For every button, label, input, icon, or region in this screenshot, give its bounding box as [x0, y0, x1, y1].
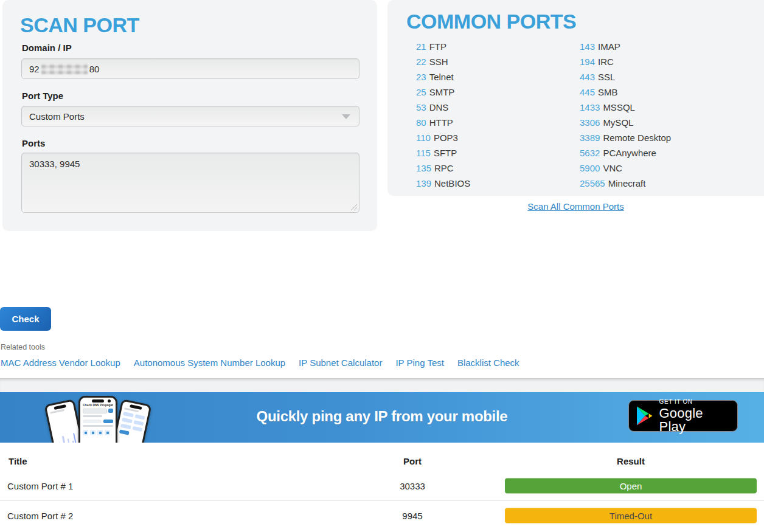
result-row-title: Custom Port # 2 — [7, 511, 73, 521]
port-service-name: MySQL — [603, 117, 633, 128]
port-service-name: HTTP — [429, 117, 453, 128]
results-table: Title Port Result Custom Port # 130333Op… — [0, 443, 764, 532]
port-number: 25 — [416, 87, 426, 97]
port-number: 194 — [580, 57, 595, 67]
port-number: 23 — [416, 72, 426, 82]
related-tool-link[interactable]: MAC Address Vendor Lookup — [1, 358, 120, 368]
status-badge: Open — [505, 478, 757, 494]
port-service-name: SSH — [429, 57, 448, 67]
port-type-label: Port Type — [22, 91, 63, 101]
port-service-name: RPC — [434, 163, 454, 173]
google-play-get-it-on: GET IT ON — [659, 399, 729, 405]
port-service-name: DNS — [429, 102, 449, 112]
domain-ip-label: Domain / IP — [22, 43, 72, 53]
google-play-wordmark: Google Play — [659, 407, 729, 434]
port-number: 143 — [580, 41, 595, 52]
related-tool-link[interactable]: IP Subnet Calculator — [299, 358, 382, 368]
resize-handle-icon[interactable] — [350, 203, 357, 210]
common-ports-column-2: 143IMAP194IRC443SSL445SMB1433MSSQL3306My… — [580, 39, 671, 191]
common-port-item: 443SSL — [580, 69, 671, 85]
port-service-name: SSL — [598, 72, 615, 82]
port-type-selected-value: Custom Ports — [29, 111, 85, 122]
port-service-name: NetBIOS — [434, 178, 470, 188]
port-number: 1433 — [580, 102, 600, 112]
common-port-item: 25SMTP — [416, 85, 470, 100]
results-header-title: Title — [9, 456, 27, 466]
related-tool-link[interactable]: IP Ping Test — [395, 358, 444, 368]
domain-ip-input[interactable]: 92 80 — [21, 58, 359, 79]
port-number: 135 — [416, 163, 431, 173]
scan-port-title: SCAN PORT — [20, 13, 139, 37]
phone-screen-title: Check DNS Propagation — [83, 403, 113, 407]
related-tool-link[interactable]: Autonomous System Number Lookup — [134, 358, 285, 368]
phone-camera-dot — [108, 399, 111, 402]
ports-value: 30333, 9945 — [29, 159, 80, 169]
port-number: 139 — [416, 178, 431, 188]
port-service-name: Minecraft — [608, 178, 646, 188]
results-header-result: Result — [505, 456, 757, 466]
common-port-item: 3306MySQL — [580, 115, 671, 130]
port-service-name: FTP — [429, 41, 446, 52]
common-port-item: 139NetBIOS — [416, 176, 470, 191]
common-port-item: 143IMAP — [580, 39, 671, 54]
common-port-item: 22SSH — [416, 54, 470, 69]
common-port-item: 194IRC — [580, 54, 671, 69]
ping-chart-bars — [55, 431, 80, 443]
check-button[interactable]: Check — [0, 307, 51, 331]
port-service-name: MSSQL — [603, 102, 635, 112]
domain-ip-value-prefix: 92 — [29, 64, 40, 74]
common-port-item: 3389Remote Desktop — [580, 130, 671, 145]
related-tool-link[interactable]: Blacklist Check — [457, 358, 519, 368]
port-service-name: SMTP — [429, 87, 455, 97]
table-row: Custom Port # 130333Open — [0, 471, 764, 500]
port-service-name: SFTP — [434, 148, 457, 158]
section-divider — [0, 378, 764, 392]
port-number: 445 — [580, 87, 595, 97]
phone-app-icons — [83, 430, 113, 435]
common-port-item: 115SFTP — [416, 145, 470, 161]
domain-ip-value-suffix: 80 — [89, 64, 100, 74]
phone-notch — [92, 399, 104, 402]
port-number: 5632 — [580, 148, 600, 158]
common-port-item: 23Telnet — [416, 69, 470, 85]
port-type-select[interactable]: Custom Ports — [21, 106, 359, 126]
port-service-name: SMB — [598, 87, 618, 97]
port-number: 21 — [416, 41, 426, 52]
common-port-item: 21FTP — [416, 39, 470, 54]
port-number: 22 — [416, 57, 426, 67]
port-number: 3389 — [580, 133, 600, 143]
common-port-item: 80HTTP — [416, 115, 470, 130]
google-play-badge[interactable]: GET IT ON Google Play — [628, 400, 738, 432]
common-port-item: 110POP3 — [416, 130, 470, 145]
common-port-item: 1433MSSQL — [580, 100, 671, 115]
result-row-title: Custom Port # 1 — [7, 481, 73, 491]
port-number: 443 — [580, 72, 595, 82]
common-port-item: 53DNS — [416, 100, 470, 115]
port-number: 110 — [416, 133, 431, 143]
port-service-name: Telnet — [429, 72, 454, 82]
status-badge: Timed-Out — [505, 508, 757, 523]
domain-ip-redacted-blur — [41, 64, 88, 74]
common-ports-column-1: 21FTP22SSH23Telnet25SMTP53DNS80HTTP110PO… — [416, 39, 470, 191]
results-header-port: Port — [352, 456, 473, 466]
table-row: Custom Port # 29945Timed-Out — [0, 500, 764, 530]
port-service-name: POP3 — [434, 133, 458, 143]
result-row-port: 9945 — [352, 511, 473, 521]
scan-port-page: SCAN PORT Domain / IP 92 80 Port Type Cu… — [0, 0, 764, 532]
port-service-name: VNC — [603, 163, 622, 173]
port-service-name: Remote Desktop — [603, 133, 671, 143]
phone-mockup-center: Check DNS Propagation — [78, 396, 117, 443]
scan-all-common-ports-link[interactable]: Scan All Common Ports — [387, 201, 764, 212]
common-port-item: 445SMB — [580, 85, 671, 100]
common-port-item: 135RPC — [416, 161, 470, 176]
common-ports-card: COMMON PORTS 21FTP22SSH23Telnet25SMTP53D… — [387, 0, 764, 196]
port-number: 5900 — [580, 163, 600, 173]
port-number: 115 — [416, 148, 431, 158]
result-row-port: 30333 — [352, 481, 473, 491]
ports-textarea[interactable]: 30333, 9945 — [21, 153, 359, 213]
port-number: 3306 — [580, 117, 600, 128]
ports-label: Ports — [22, 138, 45, 148]
common-port-item: 5632PCAnywhere — [580, 145, 671, 161]
port-number: 53 — [416, 102, 426, 112]
scan-port-card: SCAN PORT Domain / IP 92 80 Port Type Cu… — [2, 0, 377, 231]
